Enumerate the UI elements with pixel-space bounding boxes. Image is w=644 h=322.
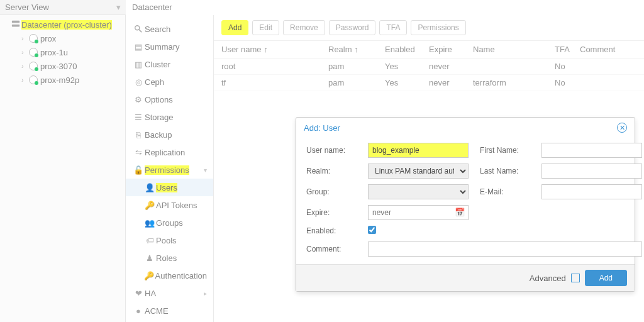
- person-icon: ♟: [143, 253, 156, 263]
- menu-label: Users: [156, 183, 177, 192]
- menu-firewall[interactable]: 🛡Firewall▸: [126, 319, 213, 322]
- menu-storage[interactable]: ☰Storage: [126, 108, 213, 126]
- remove-button[interactable]: Remove: [283, 20, 325, 35]
- tree-node[interactable]: › prox-3070: [0, 59, 125, 73]
- col-comment-header[interactable]: Comment: [580, 45, 636, 54]
- username-label: User name:: [306, 146, 357, 155]
- tree-node[interactable]: › prox: [0, 31, 125, 45]
- menu-roles[interactable]: ♟Roles: [126, 249, 213, 267]
- key-icon: 🔑: [143, 201, 156, 210]
- table-row[interactable]: tf pam Yes never terraform No: [214, 75, 644, 91]
- menu-label: Pools: [156, 236, 177, 245]
- menu-label: Storage: [145, 113, 174, 122]
- menu-options[interactable]: ⚙Options: [126, 91, 213, 108]
- menu-label: ACME: [145, 306, 169, 316]
- tree-node[interactable]: › prox-m92p: [0, 73, 125, 87]
- cell-realm: pam: [328, 62, 385, 71]
- col-enabled-header[interactable]: Enabled: [385, 45, 429, 54]
- tree-node-label: prox: [40, 34, 56, 43]
- menu-label: Authentication: [155, 271, 207, 280]
- dialog-add-button[interactable]: Add: [585, 270, 627, 286]
- tree-node[interactable]: › prox-1u: [0, 45, 125, 59]
- menu-acme[interactable]: ●ACME: [126, 302, 213, 319]
- permissions-button[interactable]: Permissions: [411, 20, 465, 35]
- cell-user: tf: [221, 78, 328, 87]
- node-icon: [29, 75, 38, 84]
- user-icon: 👤: [143, 183, 156, 192]
- col-realm-header[interactable]: Realm ↑: [328, 45, 385, 54]
- menu-label: Roles: [156, 253, 177, 263]
- menu-label: Backup: [145, 130, 172, 140]
- svg-line-3: [139, 30, 142, 32]
- username-input[interactable]: [368, 143, 469, 158]
- svg-rect-0: [12, 20, 19, 23]
- add-user-dialog: Add: User ✕ User name: First Name: Realm…: [296, 117, 635, 292]
- table-row[interactable]: root pam Yes never No: [214, 58, 644, 75]
- tfa-button[interactable]: TFA: [379, 20, 407, 35]
- menu-label: Options: [145, 95, 173, 104]
- close-icon[interactable]: ✕: [617, 123, 627, 133]
- expire-input[interactable]: [368, 205, 469, 220]
- firstname-label: First Name:: [480, 146, 530, 155]
- menu-summary[interactable]: ▤Summary: [126, 38, 213, 55]
- lastname-input[interactable]: [541, 164, 642, 179]
- group-select[interactable]: [368, 184, 469, 199]
- menu-label: Search: [145, 25, 170, 34]
- advanced-checkbox[interactable]: [571, 274, 580, 282]
- menu-ha[interactable]: ❤HA▸: [126, 284, 213, 302]
- panel-title: Datacenter: [132, 3, 172, 12]
- tags-icon: 🏷: [143, 236, 156, 245]
- menu-backup[interactable]: ⎘Backup: [126, 126, 213, 143]
- node-icon: [29, 34, 38, 43]
- chevron-right-icon: ▸: [204, 290, 207, 297]
- menu-label: HA: [145, 289, 156, 298]
- users-icon: 👥: [143, 218, 156, 228]
- col-user-header[interactable]: User name ↑: [221, 45, 328, 54]
- menu-pools[interactable]: 🏷Pools: [126, 231, 213, 249]
- storage-icon: ☰: [132, 113, 145, 122]
- lastname-label: Last Name:: [480, 167, 530, 175]
- edit-button[interactable]: Edit: [252, 20, 279, 35]
- heartbeat-icon: ❤: [132, 289, 145, 298]
- tree-root-datacenter[interactable]: Datacenter (prox-cluster): [0, 18, 125, 31]
- menu-label: Summary: [145, 42, 180, 52]
- cell-tfa: No: [555, 62, 580, 71]
- email-input[interactable]: [541, 184, 642, 199]
- col-tfa-header[interactable]: TFA: [555, 45, 580, 54]
- add-button[interactable]: Add: [221, 20, 248, 35]
- config-menu: Search ▤Summary ▥Cluster ◎Ceph ⚙Options …: [126, 15, 214, 322]
- menu-label: Permissions: [145, 165, 189, 175]
- cell-comment: [580, 62, 636, 71]
- tree-root-label: Datacenter (prox-cluster): [21, 20, 112, 30]
- menu-search[interactable]: Search: [126, 20, 213, 38]
- ceph-icon: ◎: [132, 77, 145, 87]
- menu-label: Groups: [156, 218, 183, 228]
- tree-node-label: prox-m92p: [40, 75, 79, 85]
- menu-permissions[interactable]: 🔓Permissions▾: [126, 161, 213, 179]
- col-expire-header[interactable]: Expire: [429, 45, 473, 54]
- realm-select[interactable]: Linux PAM standard aut: [368, 164, 469, 179]
- menu-authentication[interactable]: 🔑Authentication: [126, 267, 213, 284]
- menu-api-tokens[interactable]: 🔑API Tokens: [126, 196, 213, 214]
- menu-cluster[interactable]: ▥Cluster: [126, 55, 213, 73]
- password-button[interactable]: Password: [329, 20, 376, 35]
- dialog-title: Add: User: [304, 123, 340, 133]
- search-icon: [132, 25, 145, 33]
- enabled-checkbox[interactable]: [368, 226, 376, 234]
- server-view-header[interactable]: Server View ▾: [0, 0, 126, 15]
- backup-icon: ⎘: [132, 130, 145, 140]
- comment-input[interactable]: [368, 242, 642, 257]
- firstname-input[interactable]: [541, 143, 642, 158]
- cell-enabled: Yes: [385, 78, 429, 87]
- cell-expire: never: [429, 78, 473, 87]
- cell-tfa: No: [555, 78, 580, 87]
- menu-ceph[interactable]: ◎Ceph: [126, 73, 213, 91]
- menu-users[interactable]: 👤Users: [126, 179, 213, 196]
- menu-replication[interactable]: ⇋Replication: [126, 143, 213, 161]
- tree-node-label: prox-1u: [40, 48, 68, 57]
- calendar-icon[interactable]: 📅: [455, 208, 465, 217]
- menu-groups[interactable]: 👥Groups: [126, 214, 213, 231]
- col-name-header[interactable]: Name: [473, 45, 555, 54]
- cell-expire: never: [429, 62, 473, 71]
- group-label: Group:: [306, 187, 357, 196]
